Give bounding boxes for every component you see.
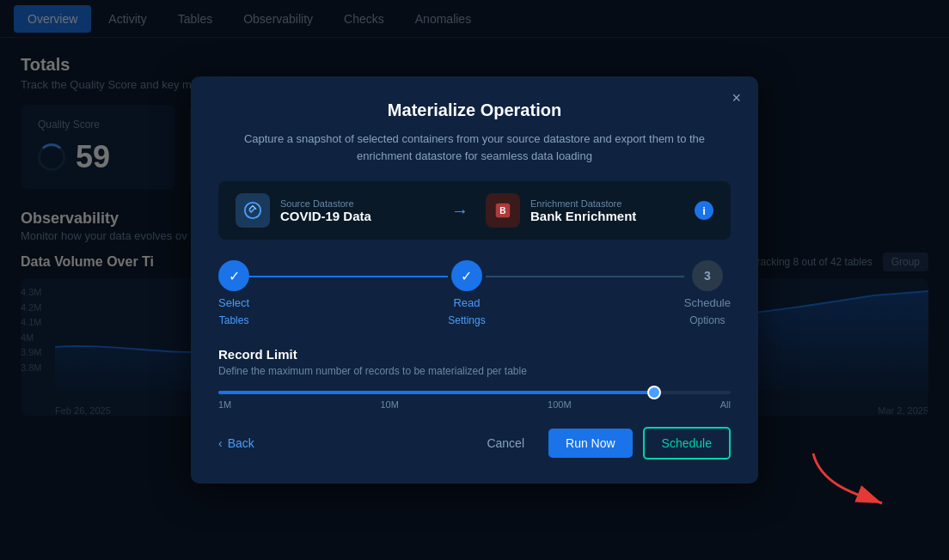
slider-labels: 1M 10M 100M All bbox=[218, 399, 731, 410]
cancel-button[interactable]: Cancel bbox=[473, 429, 538, 457]
step-read-label: Read bbox=[453, 296, 480, 309]
back-button[interactable]: ‹ Back bbox=[218, 436, 254, 450]
step-read-circle: ✓ bbox=[451, 260, 482, 291]
step-read: ✓ Read Settings bbox=[448, 260, 485, 326]
red-arrow-annotation bbox=[805, 445, 891, 514]
enrichment-datastore-box: B Enrichment Datastore Bank Enrichment bbox=[486, 193, 684, 228]
modal-footer: ‹ Back Cancel Run Now Schedule bbox=[218, 427, 731, 460]
record-limit-section: Record Limit Define the maximum number o… bbox=[218, 347, 731, 410]
step-line-2 bbox=[486, 276, 684, 277]
record-limit-slider[interactable]: 1M 10M 100M All bbox=[218, 391, 731, 410]
steps-row: ✓ Select Tables ✓ Read Settings 3 Schedu… bbox=[218, 260, 731, 326]
run-now-button[interactable]: Run Now bbox=[548, 429, 633, 458]
slider-fill bbox=[218, 391, 654, 394]
source-datastore-box: Source Datastore COVID-19 Data bbox=[236, 193, 434, 228]
step-schedule-sublabel: Options bbox=[689, 314, 725, 326]
step-select-circle: ✓ bbox=[218, 260, 249, 291]
enrichment-datastore-icon: B bbox=[486, 193, 520, 228]
step-line-1 bbox=[249, 276, 448, 277]
svg-text:B: B bbox=[499, 206, 505, 216]
step-read-sublabel: Settings bbox=[448, 314, 485, 326]
step-select-sublabel: Tables bbox=[219, 314, 249, 326]
materialize-modal: × Materialize Operation Capture a snapsh… bbox=[191, 76, 758, 484]
modal-description: Capture a snapshot of selected container… bbox=[218, 131, 731, 164]
modal-title: Materialize Operation bbox=[218, 100, 731, 120]
step-select: ✓ Select Tables bbox=[218, 260, 249, 326]
step-schedule-circle: 3 bbox=[692, 260, 723, 291]
modal-overlay: × Materialize Operation Capture a snapsh… bbox=[0, 0, 949, 560]
record-limit-description: Define the maximum number of records to … bbox=[218, 365, 731, 377]
slider-thumb[interactable] bbox=[647, 386, 661, 399]
chevron-left-icon: ‹ bbox=[218, 436, 223, 450]
footer-right-actions: Cancel Run Now Schedule bbox=[473, 427, 731, 460]
enrichment-datastore-info: Enrichment Datastore Bank Enrichment bbox=[530, 198, 636, 223]
datastore-row: Source Datastore COVID-19 Data → B Enric… bbox=[218, 181, 731, 240]
arrow-right-icon: → bbox=[444, 201, 475, 221]
source-datastore-info: Source Datastore COVID-19 Data bbox=[280, 198, 371, 223]
slider-track bbox=[218, 391, 731, 394]
step-schedule: 3 Schedule Options bbox=[684, 260, 731, 326]
step-select-label: Select bbox=[218, 296, 249, 309]
info-icon[interactable]: i bbox=[695, 201, 713, 220]
schedule-button[interactable]: Schedule bbox=[643, 427, 731, 460]
step-schedule-label: Schedule bbox=[684, 296, 731, 309]
record-limit-title: Record Limit bbox=[218, 347, 731, 362]
modal-close-button[interactable]: × bbox=[732, 90, 741, 106]
source-datastore-icon bbox=[236, 193, 270, 228]
